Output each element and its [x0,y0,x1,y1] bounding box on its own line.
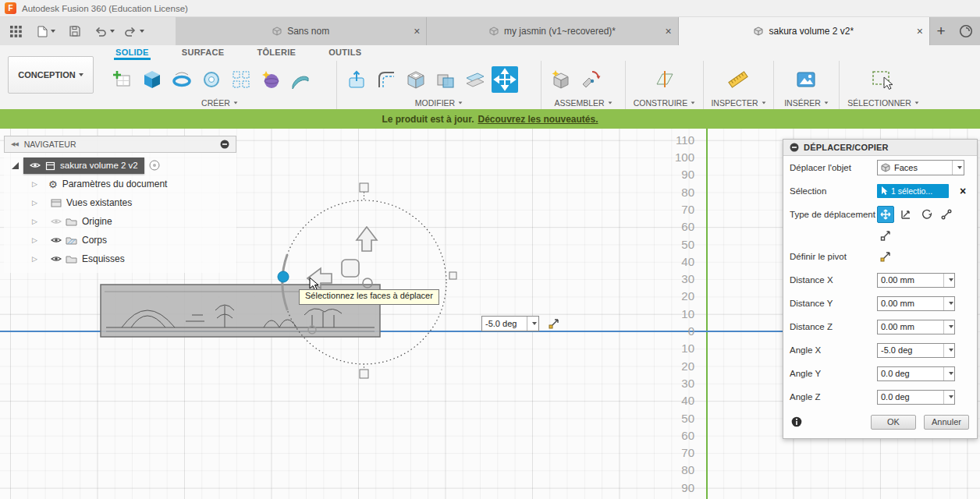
save-button[interactable] [66,21,84,41]
tree-item-document-settings[interactable]: ▷ ⚙ Paramètres du document [4,175,236,193]
extrude-icon[interactable] [139,66,165,93]
tree-item-named-views[interactable]: ▷ Vues existantes [4,193,236,212]
shell-icon[interactable] [403,66,429,93]
move-type-point-to-position-icon[interactable] [877,227,894,244]
move-type-translate-icon[interactable] [897,206,914,223]
primitive-sphere-icon[interactable] [257,66,284,93]
minus-circle-icon[interactable] [220,140,229,149]
group-label-inserer[interactable]: INSÉRER [774,96,839,109]
chevron-down-icon[interactable] [943,367,954,380]
plane-move-handle[interactable] [342,260,359,277]
doc-tab-my-jasmin[interactable]: my jasmin (v1~recovered)* [427,17,678,45]
group-label-creer[interactable]: CRÉER [103,96,336,109]
move-manipulator[interactable] [273,175,468,386]
rotate-ring[interactable] [282,200,446,364]
tab-tolerie[interactable]: TÔLERIE [255,45,297,60]
group-label-modifier[interactable]: MODIFIER [337,96,541,109]
pattern-icon[interactable] [228,66,254,93]
viewport[interactable]: 1201101009080706050403020100102030405060… [0,129,980,499]
eye-icon[interactable] [30,161,41,169]
arrow-up-handle[interactable] [357,227,377,251]
chevron-right-icon[interactable]: ▷ [32,218,41,225]
close-tab-icon[interactable] [414,26,420,37]
close-tab-icon[interactable] [665,26,671,37]
workspace-selector[interactable]: CONCEPTION [8,56,94,94]
construction-plane-icon[interactable] [651,66,677,93]
eye-icon[interactable] [51,236,62,244]
banner-link[interactable]: Découvrez les nouveautés. [478,114,598,125]
move-object-select[interactable]: Faces [877,160,964,175]
revolve-icon[interactable] [169,66,195,93]
info-icon[interactable] [791,416,802,427]
rotation-grip-point[interactable] [278,271,289,282]
center-point-handle[interactable] [363,278,372,288]
tree-item-origin[interactable]: ▷ Origine [4,212,236,231]
angle-y-input[interactable]: 0.0 deg [877,366,955,381]
expander-open-icon[interactable] [12,162,19,169]
joint-icon[interactable] [577,66,604,93]
handle-bottom[interactable] [360,370,368,378]
chevron-right-icon[interactable]: ▷ [32,255,41,263]
activate-component-radio[interactable] [149,160,160,171]
group-label-inspecter[interactable]: INSPECTER [704,96,773,109]
new-tab-button[interactable] [930,17,952,45]
measure-icon[interactable] [725,66,751,93]
collapse-panel-icon[interactable]: ◀◀ [11,141,18,147]
distance-y-input[interactable]: 0.00 mm [877,296,955,311]
set-pivot-button[interactable] [877,248,894,265]
file-menu-button[interactable] [34,21,59,41]
create-sketch-icon[interactable] [109,66,136,93]
angle-z-input[interactable]: 0.0 deg [877,390,955,405]
chevron-right-icon[interactable]: ▷ [32,180,41,188]
move-type-rotate-icon[interactable] [918,206,935,223]
selection-chip[interactable]: 1 sélectio... [877,184,949,198]
eye-icon[interactable] [51,255,62,263]
angle-x-input[interactable]: -5.0 deg [877,343,955,358]
handle-right[interactable] [449,272,456,279]
handle-top[interactable] [360,183,368,192]
pivot-toggle-button[interactable] [545,316,563,331]
minus-circle-icon[interactable] [790,143,799,152]
chevron-down-icon[interactable] [943,344,954,357]
doc-tab-sans-nom[interactable]: Sans nom [176,17,427,45]
chevron-right-icon[interactable]: ▷ [32,236,41,244]
offset-face-icon[interactable] [462,66,488,93]
root-component-row[interactable]: sakura volume 2 v2 [23,157,144,174]
app-grid-icon[interactable] [6,21,26,41]
chevron-down-icon[interactable] [943,274,954,287]
sweep-icon[interactable] [198,66,225,93]
distance-x-input[interactable]: 0.00 mm [877,273,955,288]
move-type-point-to-point-icon[interactable] [938,206,955,223]
select-icon[interactable] [869,66,896,93]
combine-icon[interactable] [432,66,459,93]
distance-z-input[interactable]: 0.00 mm [877,320,955,334]
fillet-icon[interactable] [373,66,399,93]
angle-input[interactable]: -5.0 deg [481,316,539,331]
tree-item-sketches[interactable]: ▷ Esquisses [4,250,236,268]
pivot-point-handle[interactable] [308,326,316,334]
chevron-down-icon[interactable] [943,297,954,310]
loft-icon[interactable] [287,66,314,93]
eye-hidden-icon[interactable] [51,218,62,225]
doc-tab-sakura-active[interactable]: sakura volume 2 v2* [679,17,930,45]
tab-solide[interactable]: SOLIDE [114,45,151,60]
chevron-right-icon[interactable]: ▷ [32,199,41,207]
move-copy-icon[interactable] [492,66,518,93]
undo-button[interactable] [91,21,119,41]
group-label-selectionner[interactable]: SÉLECTIONNER [840,96,927,109]
clear-selection-button[interactable] [960,186,966,196]
ok-button[interactable]: OK [871,415,916,430]
press-pull-icon[interactable] [343,66,370,93]
insert-image-icon[interactable] [793,66,819,93]
close-tab-icon[interactable] [917,26,923,37]
group-label-assembler[interactable]: ASSEMBLER [541,96,625,109]
chevron-down-icon[interactable] [527,317,538,331]
group-label-construire[interactable]: CONSTRUIRE [626,96,703,109]
chevron-down-icon[interactable] [943,391,954,404]
tab-outils[interactable]: OUTILS [327,45,363,60]
new-component-icon[interactable] [548,66,574,93]
tree-root-component[interactable]: sakura volume 2 v2 [4,156,236,175]
cancel-button[interactable]: Annuler [924,415,969,430]
tree-item-bodies[interactable]: ▷ Corps [4,231,236,250]
move-type-free-move-icon[interactable] [877,206,894,223]
